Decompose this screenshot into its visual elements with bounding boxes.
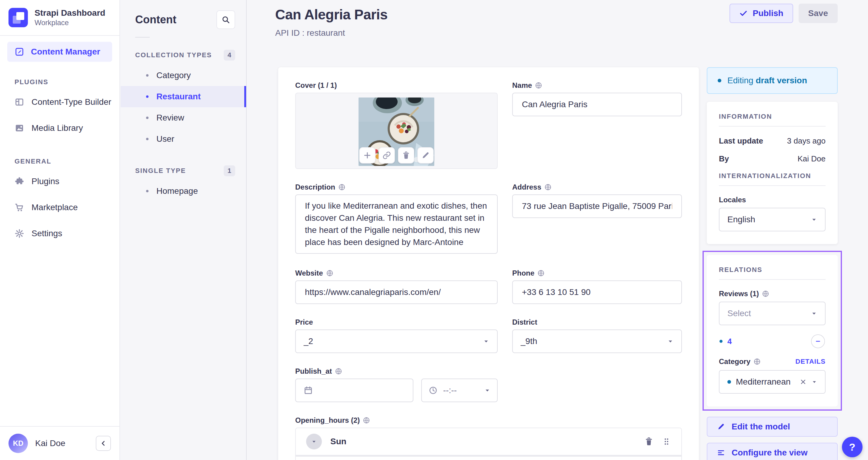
cover-carousel (295, 93, 498, 169)
accordion-row-sun[interactable]: Sun (296, 428, 681, 455)
category-label: Category (719, 357, 750, 366)
sidebar-item-content-manager[interactable]: Content Manager (7, 42, 112, 62)
website-input[interactable] (295, 281, 498, 304)
edit-model-button[interactable]: Edit the model (707, 417, 838, 437)
sidebar-item-settings[interactable]: Settings (0, 221, 119, 247)
cart-icon (14, 203, 24, 212)
subnav-divider (135, 37, 150, 38)
configure-view-button[interactable]: Configure the view (707, 443, 838, 460)
bullet-icon (146, 138, 149, 140)
reviews-label: Reviews (1) (719, 290, 759, 298)
expand-toggle-button[interactable] (306, 434, 322, 450)
publish-at-time-input[interactable]: --:-- (421, 379, 498, 402)
district-select[interactable]: _9th (512, 329, 682, 353)
subnav-item-review[interactable]: Review (121, 107, 246, 128)
edit-media-button[interactable] (417, 147, 434, 164)
configure-view-label: Configure the view (732, 448, 807, 458)
search-icon (221, 15, 230, 24)
entry-form-card: Cover (1 / 1) (278, 67, 699, 460)
review-relation-link[interactable]: 4 (727, 337, 732, 346)
collection-types-count-badge: 4 (224, 50, 235, 61)
user-row: KD Kai Doe (0, 426, 119, 460)
subnav-item-restaurant[interactable]: Restaurant (121, 86, 246, 107)
subnav-item-label: Review (156, 113, 184, 123)
workspace-brand[interactable]: Strapi Dashboard Workplace (0, 0, 119, 35)
collapse-sidebar-button[interactable] (96, 436, 111, 451)
main-content: Can Alegria Paris API ID : restaurant Pu… (247, 0, 868, 460)
chevron-down-icon (668, 338, 674, 344)
delete-component-button[interactable] (644, 437, 653, 446)
sidebar-item-label: Marketplace (32, 203, 78, 212)
price-select[interactable]: _2 (295, 329, 498, 353)
delete-media-button[interactable] (398, 147, 414, 164)
minus-icon (814, 338, 822, 345)
search-button[interactable] (216, 10, 235, 29)
accordion-row-tue-sat[interactable]: Tue - Sat (296, 455, 681, 460)
reviews-select[interactable]: Select (719, 302, 826, 325)
pencil-icon (421, 151, 430, 160)
name-field: Name (512, 81, 682, 169)
accordion-row-label: Sun (330, 437, 636, 447)
i18n-title: INTERNATIONALIZATION (719, 172, 826, 180)
phone-input[interactable] (512, 281, 682, 304)
publish-button[interactable]: Publish (730, 4, 793, 23)
media-library-icon (14, 123, 24, 133)
chevron-down-icon (811, 217, 817, 223)
information-title: INFORMATION (719, 113, 826, 121)
bullet-icon (146, 117, 149, 119)
description-textarea[interactable]: If you like Mediterranean and exotic dis… (295, 194, 498, 254)
opening-hours-accordion: Sun Tue - Sat (295, 428, 682, 460)
name-label: Name (512, 81, 532, 90)
sidebar-item-label: Plugins (32, 176, 59, 186)
edit-model-label: Edit the model (732, 422, 790, 431)
category-value: Mediterranean (736, 377, 795, 387)
trash-icon (402, 151, 410, 160)
details-link[interactable]: DETAILS (796, 358, 826, 365)
by-value: Kai Doe (798, 154, 826, 164)
cover-label: Cover (1 / 1) (295, 81, 337, 90)
address-input[interactable] (512, 194, 682, 218)
single-type-count-badge: 1 (224, 165, 235, 176)
publish-at-date-input[interactable] (295, 379, 413, 402)
plugins-section-label: PLUGINS (14, 78, 105, 86)
globe-icon (335, 368, 342, 375)
drag-handle[interactable] (662, 437, 671, 446)
globe-icon (326, 269, 333, 277)
name-input[interactable] (512, 93, 682, 116)
user-name: Kai Doe (35, 438, 89, 448)
avatar[interactable]: KD (8, 434, 28, 453)
help-button[interactable]: ? (842, 437, 863, 457)
bullet-icon (146, 95, 149, 98)
relations-title: RELATIONS (719, 266, 826, 274)
globe-icon (363, 417, 370, 424)
information-card: INFORMATION Last update 3 days ago By Ka… (707, 102, 838, 244)
copy-link-button[interactable] (378, 147, 395, 164)
save-button[interactable]: Save (799, 4, 838, 23)
sidebar-item-content-type-builder[interactable]: Content-Type Builder (0, 89, 119, 115)
district-value: _9th (521, 336, 668, 346)
subnav-item-homepage[interactable]: Homepage (121, 180, 246, 202)
subnav-item-user[interactable]: User (121, 128, 246, 150)
sidebar-item-label: Content-Type Builder (32, 97, 111, 107)
address-label: Address (512, 183, 541, 191)
workspace-subtitle: Workplace (35, 18, 105, 27)
locale-select[interactable]: English (719, 208, 826, 231)
by-label: By (719, 154, 729, 164)
drag-dots-icon (662, 437, 671, 446)
content-type-builder-icon (14, 97, 24, 107)
sidebar-item-plugins[interactable]: Plugins (0, 168, 119, 194)
add-media-button[interactable] (359, 147, 375, 164)
sidebar-item-media-library[interactable]: Media Library (0, 115, 119, 141)
phone-label: Phone (512, 269, 534, 277)
price-field: Price _2 (295, 318, 498, 353)
calendar-icon (304, 386, 313, 395)
sidebar-divider (0, 35, 119, 36)
general-section-label: GENERAL (14, 158, 105, 165)
category-select[interactable]: Mediterranean (719, 370, 826, 394)
remove-relation-button[interactable] (811, 334, 825, 348)
publish-at-label: Publish_at (295, 367, 332, 375)
sidebar-item-marketplace[interactable]: Marketplace (0, 194, 119, 221)
close-icon[interactable] (800, 378, 807, 386)
subnav-item-category[interactable]: Category (121, 65, 246, 86)
last-update-row: Last update 3 days ago (719, 136, 826, 146)
